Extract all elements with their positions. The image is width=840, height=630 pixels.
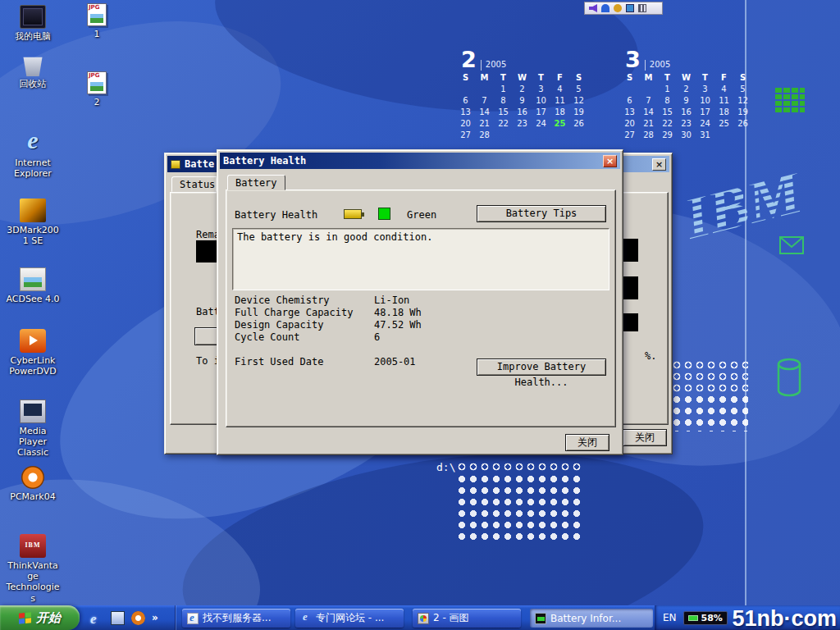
taskbar-task[interactable]: Battery Infor... [530,609,653,628]
close-button[interactable]: 关闭 [565,434,609,451]
taskbar-task[interactable]: 找不到服务器... [182,609,290,628]
calendar-header: 2 2005 [456,44,591,71]
display-icon[interactable] [626,4,634,12]
desktop-file-1[interactable]: JPG 1 [79,3,115,39]
osd-toolbar [584,2,663,15]
calendar-day-cell [456,84,475,95]
calendar-day-cell: 20 [620,118,639,130]
calendar-february: 2 2005 SMTWTFS12345678910111213141516171… [456,44,591,141]
calendar-day-header: S [733,72,752,84]
battery-tray-indicator[interactable]: 58% [683,611,728,625]
calendar-day-cell: 14 [639,107,658,118]
task-label: Battery Infor... [550,613,621,624]
close-button[interactable]: 关闭 [623,429,667,446]
calendar-day-cell: 15 [658,107,677,118]
calendar-day-cell: 28 [475,130,494,141]
calendar-day-cell: 24 [696,118,714,130]
envelope-icon [779,236,804,254]
calendar-day-cell: 13 [620,107,639,118]
desktop-icon-acdsee[interactable]: ACDSee 4.0 [5,267,61,304]
calendar-day-header: T [696,72,714,84]
calendar-day-cell: 29 [658,130,677,141]
paint-icon [418,613,429,624]
calendar-day-cell [733,130,752,141]
taskbar: 开始 e » 找不到服务器...专门网论坛 - ...2 - 画图Battery… [0,605,840,630]
field-label: Full Charge Capacity [235,307,374,319]
start-button[interactable]: 开始 [0,605,80,630]
field-label: Device Chemistry [235,294,374,307]
calendar-day-header: S [620,72,639,84]
calendar-day-cell: 20 [456,118,475,130]
internet-explorer-icon[interactable]: e [90,611,104,625]
calendar-day-cell: 9 [677,95,696,107]
watermark: 51nb·com [732,606,837,630]
desktop-icon-pcmark[interactable]: PCMark04 [5,466,61,502]
button-label: 关闭 [635,431,655,443]
desktop-icon-internet-explorer[interactable]: Internet Explorer [5,131,61,179]
calendar-day-header: S [569,72,588,84]
quick-launch-overflow-icon[interactable]: » [152,612,158,623]
desktop-icon-powerdvd[interactable]: CyberLink PowerDVD [5,329,61,377]
calendar-day-cell [714,130,733,141]
calendar-day-cell: 4 [714,84,733,95]
calendar-day-header: T [658,72,677,84]
tab-battery[interactable]: Battery [227,175,285,190]
tab-label: Battery [235,177,277,189]
desktop-icon-recycle-bin[interactable]: 回收站 [5,52,61,89]
field-label: Design Capacity [235,319,374,331]
desktop-file-2[interactable]: JPG 2 [79,71,115,107]
calendar-day-cell: 23 [677,118,696,130]
taskbar-task[interactable]: 2 - 画图 [413,609,521,628]
calendar-day-cell: 11 [714,95,733,107]
ie-page-icon [187,613,199,624]
close-icon[interactable]: × [652,158,666,171]
internet-explorer-icon [20,131,46,155]
field-label: First Used Date [235,356,374,368]
file-thumbnail [90,82,103,91]
show-desktop-icon[interactable] [111,611,125,625]
desktop-icon-mpc[interactable]: Media Player Classic [5,399,61,459]
language-indicator[interactable]: EN [663,612,677,623]
title-bar[interactable]: Battery Health × [220,153,620,169]
file-thumbnail [90,14,103,23]
calendar-day-cell: 3 [696,84,714,95]
media-player-icon[interactable] [131,611,145,625]
battery-tips-button[interactable]: Battery Tips [477,205,606,222]
improve-battery-health-button[interactable]: Improve Battery Health... [477,358,606,376]
desktop-icon-3dmark[interactable]: 3DMark2001 SE [5,199,61,246]
calendar-day-cell: 18 [714,107,733,118]
tab-label: Status [180,179,215,190]
jpg-file-icon: JPG [87,3,107,26]
calendar-day-cell: 26 [569,118,588,130]
condition-textbox[interactable]: The battery is in good condition. [232,228,609,290]
desktop-icon-label: 我的电脑 [5,31,61,42]
battery-icon [688,615,698,621]
field-value: 47.52 Wh [374,319,422,331]
calendar-day-header: F [550,72,569,84]
taskbar-task[interactable]: 专门网论坛 - ... [295,609,404,628]
calendar-day-cell: 9 [513,95,532,107]
calendar-day-cell: 2 [677,84,696,95]
calendar-day-cell: 12 [569,95,588,107]
dot-pattern [671,359,748,394]
calendar-day-cell: 16 [513,107,532,118]
close-icon[interactable]: × [603,155,617,167]
calendar-day-cell [513,130,532,141]
desktop-icon-thinkvantage[interactable]: ThinkVantage Technologies [5,534,61,604]
battery-health-dialog: Battery Health × Battery Battery Health … [217,149,623,455]
brightness-icon[interactable] [614,4,622,12]
speaker-icon[interactable] [589,4,597,12]
calendar-day-cell: 6 [456,95,475,107]
keyboard-icon[interactable] [638,4,646,12]
ie-icon [300,613,312,624]
mpc-icon [20,399,46,423]
button-label: Battery Tips [506,208,578,219]
field-label: Cycle Count [235,331,374,344]
calendar-day-cell: 15 [494,107,513,118]
desktop-icon-my-computer[interactable]: 我的电脑 [5,5,61,42]
calendar-day-cell: 21 [639,118,658,130]
calendar-day-cell [475,84,494,95]
start-label: 开始 [36,610,61,626]
calendar-day-cell: 27 [620,130,639,141]
volume-icon[interactable] [601,4,609,12]
